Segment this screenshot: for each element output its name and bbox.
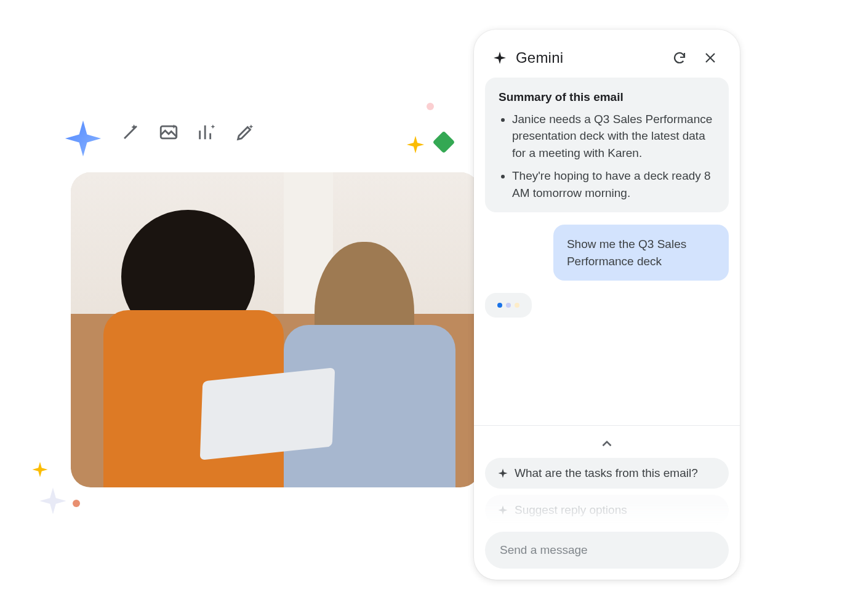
image-sparkle-icon: [158, 122, 179, 143]
ai-summary-bubble: Summary of this email Janice needs a Q3 …: [485, 78, 729, 212]
message-input-container[interactable]: [485, 532, 729, 569]
refresh-icon: [672, 50, 687, 65]
suggestion-chip-reply[interactable]: Suggest reply options: [485, 495, 729, 526]
user-message-bubble: Show me the Q3 Sales Performance deck: [553, 225, 729, 281]
magic-wand-icon: [120, 122, 141, 143]
chart-sparkle-icon: [196, 122, 217, 143]
diamond-green-icon: [433, 131, 455, 154]
close-button[interactable]: [699, 47, 721, 69]
dot-pink-icon: [427, 103, 434, 110]
suggestion-label: Suggest reply options: [515, 503, 627, 517]
typing-dot-icon: [497, 303, 502, 308]
sparkle-blue-icon: [62, 117, 105, 160]
typing-dot-icon: [506, 303, 511, 308]
message-input[interactable]: [499, 543, 715, 558]
panel-header: Gemini: [474, 30, 740, 78]
generative-toolbar: [120, 122, 255, 143]
suggestion-chip-tasks[interactable]: What are the tasks from this email?: [485, 458, 729, 489]
summary-heading: Summary of this email: [499, 89, 715, 106]
sparkle-light-icon: [37, 485, 69, 517]
chat-area: Summary of this email Janice needs a Q3 …: [474, 78, 740, 419]
gemini-panel: Gemini Summary of this email Janice need…: [474, 30, 740, 580]
sparkle-yellow-icon: [405, 134, 426, 155]
chevron-up-icon: [599, 436, 615, 452]
hero-photo: [71, 172, 480, 487]
typing-indicator: [485, 293, 532, 318]
summary-bullet: They're hoping to have a deck ready 8 AM…: [512, 167, 715, 201]
typing-dot-icon: [515, 303, 519, 308]
dot-tan-icon: [73, 500, 80, 507]
gemini-icon: [492, 50, 507, 65]
suggestion-label: What are the tasks from this email?: [515, 466, 698, 480]
summary-bullet: Janice needs a Q3 Sales Performance pres…: [512, 111, 715, 162]
expand-suggestions-button[interactable]: [485, 433, 729, 458]
sparkle-yellow-small-icon: [31, 460, 49, 479]
suggestion-area: What are the tasks from this email? Sugg…: [474, 425, 740, 580]
panel-title: Gemini: [516, 49, 660, 66]
refresh-button[interactable]: [668, 47, 691, 69]
pen-sparkle-icon: [235, 122, 255, 143]
sparkle-icon: [497, 468, 508, 479]
close-icon: [703, 50, 718, 65]
sparkle-icon: [497, 505, 508, 516]
summary-list: Janice needs a Q3 Sales Performance pres…: [499, 111, 715, 202]
